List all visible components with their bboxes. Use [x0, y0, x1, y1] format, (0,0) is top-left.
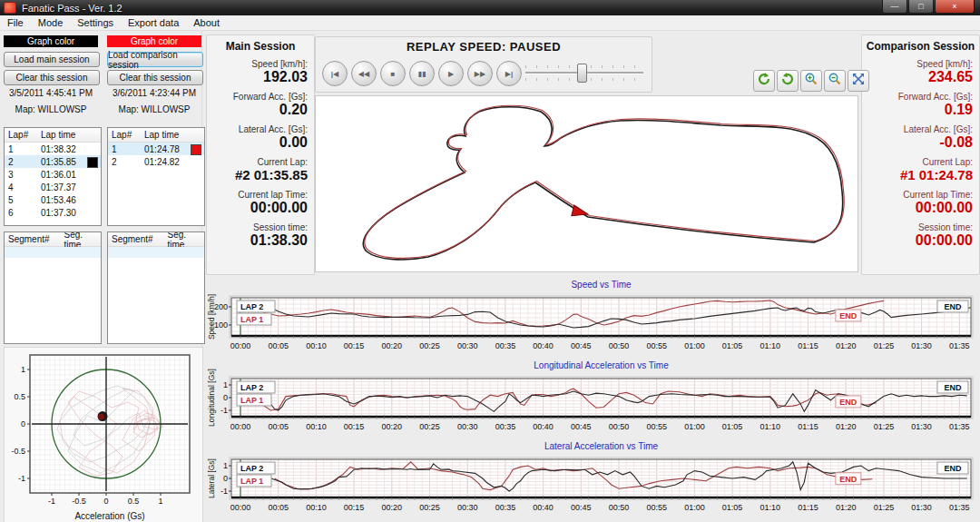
svg-text:01:05: 01:05: [722, 503, 743, 512]
svg-text:LAP 1: LAP 1: [240, 315, 263, 324]
pause-button[interactable]: ▮▮: [409, 61, 435, 86]
comparison-graph-color-button[interactable]: Graph color: [107, 35, 201, 47]
table-row[interactable]: [108, 247, 204, 258]
table-row[interactable]: 101:24.78: [108, 143, 204, 155]
table-row[interactable]: 501:53.46: [5, 193, 101, 206]
table-row[interactable]: 101:38.32: [5, 143, 101, 155]
table-row[interactable]: 401:37.37: [5, 181, 101, 193]
longitudinal-acceleration-chart[interactable]: Longitudinal Acceleration vs TimeLongitu…: [206, 357, 980, 437]
svg-text:01:25: 01:25: [874, 503, 895, 512]
svg-text:0: 0: [223, 474, 228, 483]
stat-value: #1 01:24.78: [862, 167, 973, 183]
skip-end-button[interactable]: ▶|: [496, 61, 522, 86]
svg-text:Lateral Acceleration vs Time: Lateral Acceleration vs Time: [544, 441, 658, 451]
svg-text:00:20: 00:20: [382, 503, 403, 512]
menu-export-data[interactable]: Export data: [121, 17, 186, 28]
menu-about[interactable]: About: [186, 17, 227, 28]
rotate-cw-icon: [780, 72, 795, 90]
menu-settings[interactable]: Settings: [70, 17, 121, 28]
table-row[interactable]: 201:35.85: [5, 155, 101, 168]
table-row[interactable]: 601:37.30: [5, 206, 101, 219]
zoom-out-button[interactable]: [824, 70, 846, 92]
comparison-lap-table[interactable]: Lap#Lap time 101:24.78 201:24.82: [107, 127, 205, 226]
table-row[interactable]: 301:36.01: [5, 168, 101, 181]
minimize-button[interactable]: —: [882, 0, 907, 14]
svg-text:1: 1: [223, 461, 228, 470]
svg-text:00:35: 00:35: [495, 503, 516, 512]
zoom-in-button[interactable]: [800, 70, 822, 92]
svg-text:0.5: 0.5: [128, 497, 140, 506]
stat-label: Lateral Acc. [Gs]:: [207, 124, 308, 134]
rotate-ccw-button[interactable]: [753, 70, 775, 92]
track-map-panel[interactable]: [315, 95, 858, 272]
svg-text:Lateral [Gs]: Lateral [Gs]: [207, 458, 216, 498]
menu-mode[interactable]: Mode: [31, 17, 71, 28]
svg-text:END: END: [839, 475, 858, 484]
clear-main-session-button[interactable]: Clear this session: [4, 70, 100, 85]
friction-circle-panel[interactable]: -1-1-0.5-0.5000.50.511Acceleration (Gs): [4, 347, 203, 522]
svg-text:LAP 1: LAP 1: [240, 477, 263, 486]
svg-text:0: 0: [103, 497, 108, 506]
stat-label: Current lap Time:: [862, 190, 973, 200]
stat-label: Speed [km/h]:: [862, 59, 973, 69]
svg-text:0: 0: [21, 419, 25, 428]
svg-text:END: END: [944, 302, 962, 311]
svg-text:00:15: 00:15: [344, 341, 365, 350]
menu-file[interactable]: File: [0, 17, 31, 28]
svg-text:Longitudinal [Gs]: Longitudinal [Gs]: [207, 369, 216, 427]
svg-text:00:20: 00:20: [382, 422, 403, 431]
svg-text:01:15: 01:15: [798, 503, 818, 512]
stat-label: Current Lap:: [207, 157, 308, 167]
fit-view-button[interactable]: [848, 70, 869, 92]
stat-label: Forward Acc. [Gs]:: [862, 92, 973, 102]
svg-text:00:20: 00:20: [382, 341, 403, 350]
title-bar[interactable]: Fanatic Pass - Ver. 1.2 —□×: [0, 0, 980, 15]
svg-text:00:40: 00:40: [533, 422, 554, 431]
lateral-acceleration-chart[interactable]: Lateral Acceleration vs TimeLateral [Gs]…: [206, 438, 980, 517]
rotate-cw-button[interactable]: [777, 70, 799, 92]
svg-text:00:55: 00:55: [646, 422, 667, 431]
fast-forward-button[interactable]: ▶▶: [467, 61, 493, 86]
maximize-button[interactable]: □: [908, 0, 934, 14]
svg-text:00:50: 00:50: [609, 422, 630, 431]
svg-text:-0.5: -0.5: [72, 497, 86, 506]
svg-text:00:40: 00:40: [533, 341, 554, 350]
speed-vs-time-chart[interactable]: Speed vs TimeSpeed [km/h]20010000:0000:0…: [206, 276, 980, 356]
main-lap-table[interactable]: Lap#Lap time 101:38.32 201:35.85 301:36.…: [4, 127, 102, 226]
svg-text:-1: -1: [220, 487, 228, 496]
rewind-button[interactable]: ◀◀: [351, 61, 377, 86]
table-row[interactable]: 201:24.82: [108, 155, 204, 168]
svg-text:00:35: 00:35: [495, 341, 516, 350]
svg-text:END: END: [944, 464, 962, 473]
svg-text:00:15: 00:15: [344, 422, 365, 431]
svg-text:00:25: 00:25: [419, 503, 440, 512]
close-button[interactable]: ×: [935, 0, 975, 14]
lap-color-marker: [191, 144, 201, 155]
svg-text:01:30: 01:30: [911, 503, 932, 512]
replay-speed-slider[interactable]: [525, 61, 643, 84]
main-graph-color-button[interactable]: Graph color: [4, 35, 98, 47]
stat-field: Speed [km/h]: 192.03: [207, 59, 314, 85]
table-row[interactable]: [5, 247, 101, 258]
skip-start-button[interactable]: |◀: [322, 61, 348, 86]
load-comparison-session-button[interactable]: Load comparison session: [107, 52, 203, 67]
menu-bar: FileModeSettingsExport dataAbout: [0, 15, 980, 31]
main-session-map: Map: WILLOWSP: [4, 104, 98, 114]
svg-text:200: 200: [214, 302, 228, 311]
zoom-out-icon: [828, 72, 842, 90]
app-icon: [4, 2, 16, 14]
svg-text:Speed [km/h]: Speed [km/h]: [207, 294, 216, 340]
svg-text:-1: -1: [48, 497, 55, 506]
svg-text:01:00: 01:00: [684, 422, 705, 431]
play-button[interactable]: ▶: [438, 61, 464, 86]
svg-text:00:50: 00:50: [609, 341, 630, 350]
load-main-session-button[interactable]: Load main session: [4, 52, 100, 67]
comparison-segment-table[interactable]: Segment#Seg. time: [107, 231, 205, 344]
svg-text:01:20: 01:20: [836, 503, 857, 512]
main-segment-table[interactable]: Segment#Seg. time: [4, 231, 102, 344]
stop-button[interactable]: ■: [380, 61, 406, 86]
svg-text:0.5: 0.5: [14, 392, 25, 401]
clear-comparison-session-button[interactable]: Clear this session: [107, 70, 203, 85]
stat-value: 192.03: [207, 69, 308, 85]
slider-thumb[interactable]: [577, 64, 587, 83]
